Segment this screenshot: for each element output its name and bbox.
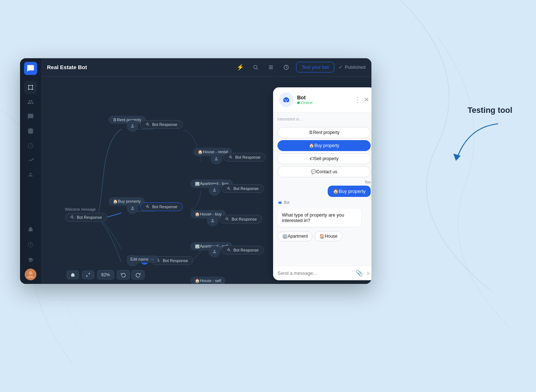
canvas-area[interactable]: Welcome message Bot Response 🗓Rent prope…	[41, 76, 371, 284]
user-avatar[interactable]	[25, 269, 36, 280]
apt-buy-user[interactable]	[209, 184, 220, 196]
apt-sell-user[interactable]	[209, 246, 220, 257]
sidebar-item-notifications[interactable]	[24, 223, 37, 236]
house-buy-user[interactable]	[207, 215, 218, 226]
sidebar-item-analytics[interactable]	[24, 154, 37, 167]
more-options-label[interactable]: ···	[151, 257, 154, 261]
sidebar-item-clock[interactable]	[24, 139, 37, 152]
buy-bot-response: Bot Response	[140, 202, 183, 211]
chat-input[interactable]	[277, 270, 353, 276]
svg-point-23	[270, 66, 271, 66]
flash-icon-btn[interactable]: ⚡	[235, 62, 246, 73]
bot-name: Bot	[297, 95, 351, 100]
bot-info: Bot Online	[297, 95, 351, 105]
house-buy-bot-response-btn[interactable]: Bot Response	[220, 215, 262, 223]
svg-point-28	[216, 157, 217, 159]
fullscreen-btn[interactable]	[82, 270, 94, 279]
house-rental-user[interactable]	[210, 153, 222, 165]
partial-text: interested in...	[277, 117, 371, 121]
redo-btn[interactable]	[131, 270, 145, 280]
edit-name-label[interactable]: Edit name	[130, 257, 149, 261]
bot-message: What type of property are you interested…	[277, 209, 361, 227]
undo-btn[interactable]	[117, 270, 130, 280]
svg-point-1	[32, 85, 33, 86]
svg-line-34	[88, 273, 90, 275]
option-buy[interactable]: 🏠Buy property	[277, 140, 371, 151]
sidebar-item-messages[interactable]	[24, 110, 37, 123]
inline-option-house[interactable]: 🏠House	[315, 231, 342, 241]
svg-point-24	[271, 67, 272, 68]
bot-avatar	[279, 92, 293, 107]
sidebar-item-help[interactable]	[24, 238, 37, 251]
chat-input-icons: 📎 ➤	[356, 270, 371, 277]
apt-sell-bot-response-btn[interactable]: Bot Response	[221, 246, 264, 254]
house-buy-bot-response: Bot Response	[220, 215, 262, 223]
svg-line-16	[257, 68, 258, 70]
inline-option-apartment[interactable]: 🏢Apartment	[277, 231, 312, 241]
house-sell-trigger[interactable]: 🏠House - sell	[190, 277, 225, 284]
sidebar-item-database[interactable]	[24, 124, 37, 138]
search-icon-btn[interactable]	[250, 62, 261, 73]
welcome-bot-response[interactable]: Bot Response	[65, 213, 107, 222]
user-message: 🏠Buy property	[328, 186, 371, 197]
close-icon[interactable]: ✕	[364, 96, 369, 104]
svg-point-27	[132, 124, 134, 126]
option-sell[interactable]: 🏷Sell property	[277, 153, 371, 164]
svg-rect-38	[284, 98, 288, 99]
published-button[interactable]: ✓ Published	[339, 64, 366, 70]
svg-point-40	[287, 99, 288, 100]
sidebar-item-team[interactable]	[24, 168, 37, 181]
house-rental-bot-response: Bot Response	[223, 153, 266, 162]
rent-bot-response-btn[interactable]: Bot Response	[140, 120, 183, 129]
testing-tool-label: Testing tool	[468, 106, 512, 115]
undo-redo-group	[117, 270, 145, 280]
svg-point-31	[212, 219, 214, 221]
house-rental-bot-response-btn[interactable]: Bot Response	[223, 153, 266, 162]
message-options: 🗓Rent property 🏠Buy property 🏷Sell prope…	[277, 127, 371, 177]
you-label: You	[364, 180, 371, 184]
bot-status: Online	[297, 100, 351, 105]
svg-point-30	[214, 188, 216, 190]
sidebar-item-flow[interactable]	[24, 81, 37, 94]
chat-header-actions: ⋮ ✕	[354, 96, 369, 104]
inline-options: 🏢Apartment 🏠House	[277, 231, 371, 241]
svg-rect-43	[288, 99, 289, 100]
send-icon[interactable]: ➤	[366, 270, 371, 277]
main-content: Real Estate Bot ⚡	[41, 58, 371, 284]
buy-bot-response-btn[interactable]: Bot Response	[140, 202, 183, 211]
history-icon-btn[interactable]	[281, 62, 292, 73]
testing-arrow	[447, 120, 505, 164]
svg-point-3	[32, 89, 33, 90]
chat-input-area: 📎 ➤	[273, 266, 371, 280]
attachment-icon[interactable]: 📎	[356, 270, 363, 277]
chat-panel: Bot Online ⋮ ✕ interested in...	[273, 87, 371, 280]
svg-point-2	[28, 89, 29, 90]
option-contact[interactable]: 💬Contact us	[277, 166, 371, 177]
svg-point-32	[214, 250, 216, 252]
test-bot-button[interactable]: Test your bot	[296, 62, 334, 72]
home-btn[interactable]	[67, 270, 79, 279]
option-rent[interactable]: 🗓Rent property	[277, 127, 371, 138]
buy-user[interactable]	[127, 202, 138, 214]
sidebar-item-learn[interactable]	[24, 253, 37, 266]
welcome-node: Welcome message Bot Response	[65, 207, 107, 222]
check-icon: ✓	[339, 64, 343, 70]
bottom-toolbar: 82%	[67, 270, 145, 280]
rent-user-node	[127, 120, 138, 132]
status-indicator	[297, 102, 300, 104]
svg-rect-42	[284, 99, 284, 100]
zoom-level: 82%	[97, 270, 114, 280]
more-options-icon[interactable]: ⋮	[354, 96, 361, 104]
settings-icon-btn[interactable]	[265, 62, 276, 73]
svg-rect-41	[285, 101, 287, 101]
app-window: Real Estate Bot ⚡	[20, 58, 371, 284]
apt-sell-bot-response: Bot Response	[221, 246, 264, 254]
svg-point-12	[31, 246, 31, 246]
app-logo[interactable]	[24, 62, 37, 75]
apt-buy-bot-response-btn[interactable]: Bot Response	[221, 184, 264, 193]
apt-sell-user-node	[209, 246, 220, 257]
apt-buy-bot-response: Bot Response	[221, 184, 264, 193]
svg-point-15	[254, 65, 257, 68]
rent-user[interactable]	[127, 120, 138, 132]
sidebar-item-users[interactable]	[24, 95, 37, 108]
